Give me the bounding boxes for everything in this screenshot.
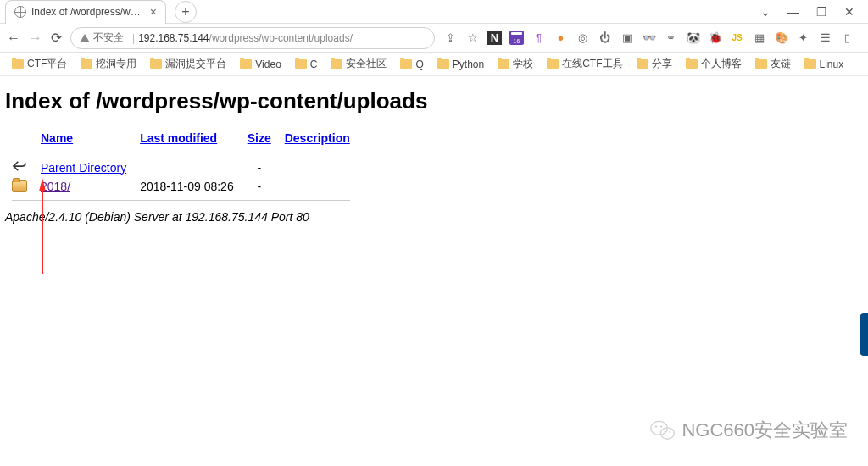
- bookmark-label: 个人博客: [701, 57, 742, 71]
- ext-icon-js[interactable]: JS: [730, 31, 744, 45]
- share-icon[interactable]: ⇪: [443, 31, 458, 45]
- ext-icon-browser[interactable]: ▦: [752, 31, 766, 45]
- ext-icon-cookie[interactable]: ●: [554, 31, 568, 45]
- bookmark-label: Q: [415, 58, 423, 70]
- folder-icon: [755, 59, 767, 69]
- maximize-button[interactable]: ❐: [816, 5, 827, 19]
- bookmark-item[interactable]: C: [290, 57, 323, 72]
- table-row: 2018/2018-11-09 08:26-: [5, 177, 357, 196]
- bookmark-item[interactable]: 安全社区: [326, 55, 392, 73]
- folder-icon: [240, 59, 252, 69]
- bookmark-item[interactable]: Q: [395, 57, 428, 72]
- forward-button[interactable]: →: [29, 30, 42, 47]
- bookmark-item[interactable]: CTF平台: [7, 55, 72, 73]
- close-window-button[interactable]: ✕: [844, 5, 854, 19]
- entry-modified: 2018-11-09 08:26: [133, 177, 241, 196]
- col-modified[interactable]: Last modified: [140, 131, 217, 145]
- url-host: 192.168.75.144: [138, 32, 209, 44]
- bookmark-label: 在线CTF工具: [562, 57, 622, 71]
- back-icon: [12, 160, 27, 172]
- bookmark-item[interactable]: 友链: [750, 55, 796, 73]
- ext-icon-glasses[interactable]: 👓: [642, 31, 656, 45]
- reload-button[interactable]: ⟳: [51, 30, 62, 47]
- bookmark-label: CTF平台: [27, 57, 67, 71]
- menu-icon[interactable]: ⋮: [862, 31, 868, 45]
- entry-size: -: [241, 158, 278, 177]
- folder-icon: [12, 59, 24, 69]
- url-input[interactable]: 不安全 | 192.168.75.144/wordpress/wp-conten…: [70, 27, 435, 49]
- ext-icon-calendar[interactable]: [509, 31, 524, 45]
- ext-icon-noscript[interactable]: N: [487, 31, 502, 45]
- browser-tab[interactable]: Index of /wordpress/wp-conte ×: [5, 0, 166, 24]
- bookmark-item[interactable]: Python: [432, 57, 489, 72]
- profile-icon[interactable]: ▯: [840, 31, 854, 45]
- titlebar: Index of /wordpress/wp-conte × + ⌄ — ❐ ✕: [0, 0, 868, 24]
- ext-icon-power[interactable]: ⏻: [598, 31, 612, 45]
- svg-point-4: [660, 425, 662, 427]
- entry-size: -: [241, 177, 278, 196]
- bookmark-item[interactable]: 分享: [632, 55, 677, 73]
- watermark: NGC660安全实验室: [649, 417, 848, 444]
- folder-icon: [547, 59, 559, 69]
- entry-link[interactable]: Parent Directory: [41, 161, 126, 175]
- folder-icon: [498, 59, 509, 69]
- folder-icon: [12, 180, 27, 192]
- new-tab-button[interactable]: +: [175, 1, 197, 23]
- page-content: Index of /wordpress/wp-content/uploads N…: [0, 76, 868, 236]
- toolbar-icons: ⇪ ☆ N ¶ ● ◎ ⏻ ▣ 👓 ⚭ 🐼 🐞 JS ▦ 🎨 ✦ ☰ ▯ ⋮: [443, 31, 868, 45]
- table-row: Parent Directory-: [5, 158, 357, 177]
- insecure-badge[interactable]: 不安全: [80, 31, 124, 45]
- url-path: /wordpress/wp-content/uploads/: [209, 32, 353, 44]
- ext-icon-bug[interactable]: 🐞: [708, 31, 722, 45]
- insecure-label: 不安全: [93, 31, 124, 45]
- ext-icon-paint[interactable]: 🎨: [774, 31, 788, 45]
- bookmarks-bar: CTF平台挖洞专用漏洞提交平台VideoC安全社区QPython学校在线CTF工…: [0, 53, 868, 76]
- close-tab-icon[interactable]: ×: [150, 6, 157, 18]
- extensions-icon[interactable]: ✦: [796, 31, 810, 45]
- ext-icon-paragraph[interactable]: ¶: [531, 31, 546, 45]
- svg-point-3: [655, 425, 657, 427]
- minimize-button[interactable]: —: [787, 5, 799, 19]
- chevron-down-icon[interactable]: ⌄: [760, 5, 771, 19]
- tab-title: Index of /wordpress/wp-conte: [31, 6, 143, 18]
- folder-icon: [804, 59, 816, 69]
- ext-icon-panda[interactable]: 🐼: [686, 31, 700, 45]
- bookmark-item[interactable]: 学校: [492, 55, 538, 73]
- side-tab-handle[interactable]: [860, 313, 868, 356]
- bookmark-item[interactable]: 挖洞专用: [75, 55, 142, 73]
- page-title: Index of /wordpress/wp-content/uploads: [5, 88, 863, 114]
- col-size[interactable]: Size: [248, 131, 271, 145]
- bookmark-item[interactable]: Video: [235, 57, 286, 72]
- bookmark-item[interactable]: 个人博客: [681, 55, 747, 73]
- bookmark-item[interactable]: 在线CTF工具: [542, 55, 627, 73]
- entry-link[interactable]: 2018/: [41, 180, 70, 193]
- bookmark-label: 安全社区: [346, 57, 387, 71]
- wechat-icon: [649, 417, 676, 444]
- bookmark-item[interactable]: 漏洞提交平台: [145, 55, 231, 73]
- warning-icon: [80, 33, 90, 43]
- folder-icon: [437, 59, 449, 69]
- directory-listing: Name Last modified Size Description Pare…: [5, 128, 357, 205]
- col-name[interactable]: Name: [41, 131, 73, 145]
- ext-icon-square[interactable]: ▣: [620, 31, 634, 45]
- watermark-text: NGC660安全实验室: [682, 418, 848, 443]
- col-desc[interactable]: Description: [285, 131, 350, 145]
- bookmark-label: 挖洞专用: [96, 57, 136, 71]
- star-icon[interactable]: ☆: [465, 31, 480, 45]
- ext-icon-link[interactable]: ⚭: [664, 31, 678, 45]
- folder-icon: [331, 59, 342, 69]
- bookmark-label: Python: [453, 58, 484, 70]
- bookmark-label: 学校: [513, 57, 533, 71]
- bookmark-label: C: [310, 58, 318, 70]
- back-button[interactable]: ←: [7, 30, 20, 47]
- folder-icon: [686, 59, 698, 69]
- folder-icon: [81, 59, 92, 69]
- window-controls: ⌄ — ❐ ✕: [760, 5, 863, 19]
- bookmark-item[interactable]: Linux: [799, 57, 849, 72]
- bookmark-label: Video: [255, 58, 281, 70]
- svg-point-6: [669, 431, 670, 433]
- folder-icon: [295, 59, 307, 69]
- folder-icon: [637, 59, 648, 69]
- bookmark-list-icon[interactable]: ☰: [818, 31, 832, 45]
- ext-icon-target[interactable]: ◎: [576, 31, 590, 45]
